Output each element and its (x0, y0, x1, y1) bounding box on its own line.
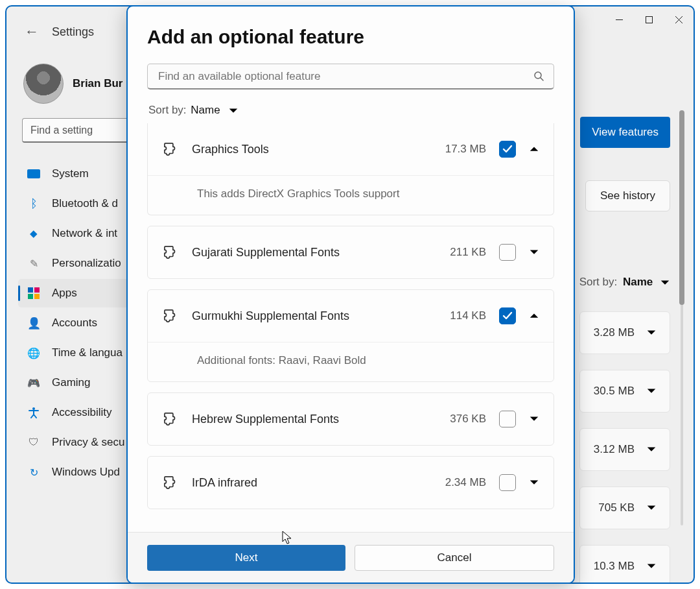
cancel-button[interactable]: Cancel (355, 545, 554, 571)
sort-by-dialog[interactable]: Sort by: Name (148, 104, 554, 117)
feature-size: 114 KB (450, 309, 486, 322)
feature-checkbox[interactable] (499, 244, 516, 261)
search-input-field[interactable] (157, 69, 527, 84)
chevron-up-icon[interactable] (529, 144, 539, 154)
feature-size: 211 KB (450, 246, 486, 259)
feature-card: Hebrew Supplemental Fonts 376 KB (147, 392, 554, 446)
search-feature-input[interactable] (147, 64, 554, 90)
feature-checkbox[interactable] (499, 474, 516, 491)
puzzle-icon (162, 307, 179, 324)
add-feature-dialog: Add an optional feature Sort by: Name Gr… (126, 5, 575, 584)
chevron-down-icon[interactable] (529, 414, 539, 424)
chevron-down-icon (228, 106, 239, 116)
search-icon (533, 71, 544, 82)
chevron-down-icon[interactable] (529, 477, 539, 488)
feature-row[interactable]: IrDA infrared 2.34 MB (148, 457, 554, 509)
feature-checkbox[interactable] (499, 141, 516, 158)
feature-checkbox[interactable] (499, 411, 516, 427)
dialog-title: Add an optional feature (147, 26, 554, 48)
feature-description: Additional fonts: Raavi, Raavi Bold (148, 342, 554, 381)
feature-checkbox[interactable] (499, 307, 516, 324)
puzzle-icon (162, 411, 179, 427)
feature-row[interactable]: Gurmukhi Supplemental Fonts 114 KB (148, 290, 554, 342)
chevron-up-icon[interactable] (529, 311, 539, 321)
dialog-footer: Next Cancel (128, 532, 574, 583)
next-button[interactable]: Next (147, 545, 345, 571)
puzzle-icon (162, 141, 179, 158)
feature-size: 17.3 MB (445, 143, 486, 156)
feature-row[interactable]: Gujarati Supplemental Fonts 211 KB (148, 226, 554, 278)
puzzle-icon (162, 244, 179, 261)
feature-name: Graphics Tools (192, 143, 432, 156)
feature-card: Graphics Tools 17.3 MB This adds DirectX… (147, 123, 554, 215)
feature-row[interactable]: Graphics Tools 17.3 MB (148, 123, 554, 175)
puzzle-icon (162, 474, 179, 491)
feature-card: Gujarati Supplemental Fonts 211 KB (147, 226, 554, 279)
feature-name: IrDA infrared (192, 476, 432, 490)
feature-description: This adds DirectX Graphics Tools support (148, 175, 554, 215)
feature-card: Gurmukhi Supplemental Fonts 114 KB Addit… (147, 289, 554, 382)
feature-size: 2.34 MB (445, 476, 486, 489)
chevron-down-icon[interactable] (529, 247, 539, 258)
feature-name: Hebrew Supplemental Fonts (192, 413, 437, 426)
feature-row[interactable]: Hebrew Supplemental Fonts 376 KB (148, 393, 554, 445)
feature-name: Gurmukhi Supplemental Fonts (192, 309, 437, 323)
feature-size: 376 KB (450, 413, 486, 426)
feature-name: Gujarati Supplemental Fonts (192, 246, 437, 259)
feature-card: IrDA infrared 2.34 MB (147, 456, 554, 509)
